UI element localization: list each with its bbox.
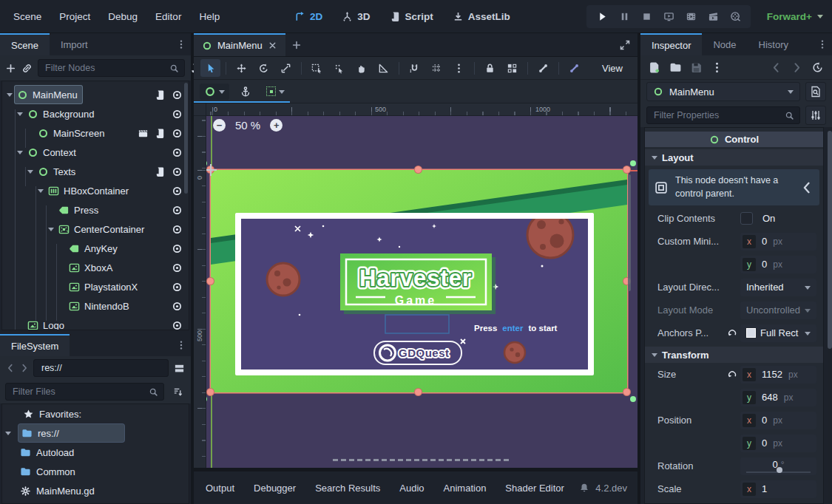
skeleton-button[interactable] — [533, 59, 553, 77]
history-back-button[interactable] — [770, 61, 782, 74]
filter-files-field[interactable] — [5, 383, 164, 401]
sort-files-button[interactable] — [169, 384, 186, 400]
forward-icon[interactable] — [19, 363, 30, 373]
history-forward-button[interactable] — [791, 61, 803, 74]
script-icon[interactable] — [155, 128, 166, 139]
script-icon[interactable] — [155, 89, 166, 101]
size-y-field[interactable]: y 648 px — [740, 389, 816, 406]
workspace-3d[interactable]: 3D — [342, 11, 370, 22]
tree-node-playstationx[interactable]: PlaystationX — [2, 277, 189, 296]
tree-node-background[interactable]: Background — [2, 104, 189, 123]
visibility-icon[interactable] — [172, 320, 183, 331]
load-resource-button[interactable] — [669, 61, 682, 74]
notification-bell-icon[interactable] — [579, 483, 589, 493]
scale-tool-button[interactable] — [276, 59, 296, 77]
new-resource-button[interactable] — [649, 61, 661, 74]
anchor-marker[interactable] — [630, 160, 636, 166]
script-icon[interactable] — [155, 166, 166, 177]
filter-properties-input[interactable] — [652, 109, 781, 121]
collapse-icon[interactable] — [27, 167, 35, 177]
scale-x-field[interactable]: x 1 — [740, 480, 816, 498]
scrollbar-thumb[interactable] — [828, 131, 832, 349]
selection-handle[interactable] — [623, 389, 630, 395]
view-menu-button[interactable]: View — [594, 61, 631, 76]
tab-import[interactable]: Import — [50, 33, 99, 55]
fs-autoload[interactable]: Autoload — [2, 443, 189, 462]
collapse-icon[interactable] — [48, 225, 56, 234]
tree-node-xboxa[interactable]: XboxA — [2, 258, 189, 277]
zoom-level[interactable]: 50 % — [235, 119, 260, 132]
group-selected-button[interactable] — [502, 59, 522, 77]
rotation-slider-knob[interactable] — [777, 467, 782, 473]
selection-handle[interactable] — [415, 166, 422, 173]
tab-history[interactable]: History — [748, 33, 799, 55]
tab-node[interactable]: Node — [702, 33, 747, 55]
selection-handle[interactable] — [623, 166, 630, 173]
section-layout[interactable]: Layout — [645, 149, 823, 166]
move-tool-button[interactable] — [231, 59, 251, 77]
bottom-tab-search-results[interactable]: Search Results — [305, 483, 390, 494]
menu-project[interactable]: Project — [50, 7, 99, 26]
tree-node-context[interactable]: Context — [2, 143, 189, 162]
visibility-icon[interactable] — [172, 243, 183, 254]
anchor-presets-button[interactable] — [262, 84, 289, 99]
tree-node-mainmenu[interactable]: MainMenu — [2, 85, 189, 104]
select-tool-button[interactable] — [200, 59, 220, 77]
collapse-icon[interactable] — [17, 109, 25, 119]
visibility-icon[interactable] — [172, 109, 183, 120]
bottom-tab-audio[interactable]: Audio — [390, 483, 433, 494]
bottom-tab-shader-editor[interactable]: Shader Editor — [496, 483, 574, 494]
layout-direction-dropdown[interactable]: Inherited — [740, 279, 816, 296]
collapse-icon[interactable] — [7, 90, 15, 100]
tree-node-press[interactable]: Press — [2, 200, 189, 219]
menu-help[interactable]: Help — [190, 7, 229, 26]
inspector-scrollbar[interactable] — [828, 127, 832, 504]
clip-contents-checkbox[interactable] — [740, 212, 753, 225]
fs-favorites[interactable]: Favorites: — [2, 404, 189, 423]
menu-debug[interactable]: Debug — [99, 7, 146, 26]
visibility-icon[interactable] — [172, 301, 183, 312]
visibility-icon[interactable] — [172, 128, 183, 139]
edited-object-selector[interactable]: MainMenu — [646, 82, 800, 101]
play-button[interactable] — [595, 10, 609, 24]
size-x-field[interactable]: x 1152 px — [740, 366, 816, 384]
vertical-scrollbar[interactable] — [628, 174, 631, 291]
visibility-icon[interactable] — [172, 147, 183, 158]
visibility-icon[interactable] — [172, 282, 183, 293]
filter-files-input[interactable] — [11, 386, 145, 398]
zoom-in-button[interactable]: + — [270, 119, 283, 132]
position-y-field[interactable]: y 0 px — [740, 435, 816, 452]
play-remote-debug-button[interactable] — [661, 10, 676, 24]
selected-control-mainmenu[interactable]: Harvester Harvester Game Pressenterto st… — [211, 170, 627, 392]
add-node-button[interactable] — [5, 60, 16, 76]
tree-node-texts[interactable]: Texts — [2, 162, 189, 181]
menu-scene[interactable]: Scene — [4, 7, 50, 26]
zoom-out-button[interactable]: − — [213, 119, 226, 132]
dock-menu-button[interactable] — [176, 334, 191, 356]
anchor-button[interactable] — [235, 84, 256, 100]
workspace-assetlib[interactable]: AssetLib — [453, 11, 510, 22]
visibility-icon[interactable] — [172, 262, 183, 273]
scene-tab-mainmenu[interactable]: MainMenu — [194, 33, 285, 56]
workspace-2d[interactable]: 2D — [294, 11, 322, 22]
visibility-icon[interactable] — [172, 89, 183, 101]
path-input[interactable] — [40, 362, 162, 374]
pivot-select-button[interactable] — [329, 59, 349, 77]
collapse-icon[interactable] — [38, 186, 46, 196]
bottom-tab-animation[interactable]: Animation — [434, 483, 496, 494]
open-docs-button[interactable] — [805, 82, 826, 101]
object-history-button[interactable] — [811, 61, 824, 74]
visibility-icon[interactable] — [172, 166, 183, 177]
rotation-slider-track[interactable] — [746, 471, 811, 473]
fs-res-root[interactable]: res:// — [2, 423, 189, 443]
custom-min-x-field[interactable]: x 0 px — [740, 233, 816, 251]
tree-node-logo[interactable]: Logo — [2, 316, 189, 330]
menu-editor[interactable]: Editor — [146, 7, 190, 26]
filter-properties-field[interactable] — [646, 106, 800, 124]
filter-nodes-field[interactable] — [38, 59, 185, 77]
anchor-marker[interactable] — [630, 396, 636, 402]
play-custom-scene-button[interactable] — [706, 10, 720, 24]
collapse-icon[interactable] — [5, 429, 13, 438]
visibility-icon[interactable] — [172, 224, 183, 235]
filter-nodes-input[interactable] — [44, 62, 166, 74]
